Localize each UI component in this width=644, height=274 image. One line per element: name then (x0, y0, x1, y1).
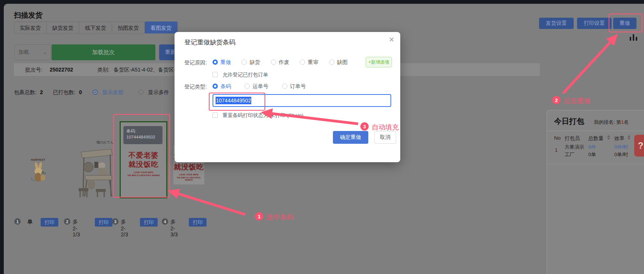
add-option-button[interactable]: +新增选项 (366, 57, 392, 67)
col-header-packer: 打包员 (565, 135, 580, 142)
batch-no-value: 25022702 (50, 67, 73, 73)
tab-bar: 实际发货缺货发货线下发货拍图发货看图发货 (14, 21, 178, 33)
poster2-line2: 就没饭吃 (173, 163, 204, 172)
step3-text: 自动填充 (372, 123, 399, 132)
load-select-value: 加载 (18, 49, 29, 56)
type-label-barcode[interactable]: 条码 (220, 83, 231, 89)
type-label-order[interactable]: 订单号 (290, 83, 306, 89)
reset-print-checkbox[interactable] (213, 113, 218, 118)
type-label: 登记类型: (184, 84, 207, 90)
reset-print-label[interactable]: 重置条码打印状态为"未打印"(Shein) (222, 113, 303, 118)
item4-print-button[interactable]: 打印 (189, 218, 207, 227)
confirm-redo-button[interactable]: 确定重做 (333, 131, 368, 144)
row-packer: 方果演示 工厂 (565, 143, 584, 158)
modal-title: 登记重做缺货条码 (184, 38, 235, 47)
load-batch-button[interactable]: 加载批次 (52, 44, 155, 60)
product-thumb-harvest-sticker[interactable]: HARVEST (27, 158, 49, 187)
packed-count-label: 已打包数: (53, 89, 76, 95)
product-thumb-oden-stall[interactable]: 猫のおでん (74, 139, 114, 202)
type-radio-order[interactable] (282, 84, 287, 89)
reason-radio-group: 重做 缺货 作废 重审 缺图 (213, 59, 348, 66)
total-packages-label: 包裹总数: (14, 89, 36, 95)
reason-label-recheck[interactable]: 重审 (308, 59, 318, 65)
type-radio-waybill[interactable] (245, 84, 250, 89)
reason-label-shortage[interactable]: 缺货 (249, 59, 260, 65)
oden-stall-illustration (74, 144, 114, 207)
batch-no-label: 批次号: (25, 67, 43, 73)
register-redo-modal: 登记重做缺货条码 × 登记原因: 重做 缺货 作废 重审 缺图 +新增选项 允许… (175, 32, 400, 162)
load-select[interactable]: 加载 ⌄ (14, 44, 51, 60)
step3-badge: 3 (360, 122, 369, 131)
reset-print-checkbox-row[interactable]: 重置条码打印状态为"未打印"(Shein) (213, 112, 304, 119)
item3-print-button[interactable]: 打印 (140, 218, 158, 227)
reason-radio-void[interactable] (271, 59, 276, 65)
row-eff: 0件/时 0单/时 (614, 143, 628, 158)
step2-badge: 2 (552, 96, 560, 104)
show-multi-radio[interactable] (138, 90, 144, 95)
item3-label: 多 2-2/3 (121, 219, 128, 237)
reason-label-void[interactable]: 作废 (279, 59, 289, 65)
tab-offline-ship[interactable]: 线下发货 (79, 21, 112, 33)
reason-radio-noimage[interactable] (329, 59, 334, 65)
help-badge[interactable]: ? (634, 135, 644, 157)
eff-pieces: 0件/时 (614, 143, 628, 151)
bar-chart-icon[interactable] (629, 33, 639, 42)
item1-number-badge: 1 (14, 218, 21, 225)
package-counts-row: 包裹总数: 2 已打包数: 0 显示全部 显示多件 显 (14, 89, 199, 96)
page-title: 扫描发货 (14, 11, 43, 20)
item2-number-badge: 2 (64, 218, 70, 225)
show-all-radio[interactable] (93, 90, 98, 95)
print-settings-button[interactable]: 打印设置 (577, 18, 612, 29)
category-label: 类别: (97, 67, 109, 73)
item3-number-badge: 3 (112, 218, 118, 225)
item1-label: 单 (27, 219, 33, 225)
item2-label: 多 2-1/3 (73, 219, 80, 237)
item1-print-button[interactable]: 打印 (41, 218, 58, 227)
chevron-down-icon: ⌄ (43, 50, 47, 55)
show-multi-label[interactable]: 显示多件 (148, 89, 169, 95)
poster2-sub1: LOVE YOUR WIFE (173, 174, 204, 176)
tab-view-image-ship[interactable]: 看图发货 (145, 21, 178, 33)
row-no: 1 (555, 147, 557, 153)
tab-actual-ship[interactable]: 实际发货 (14, 21, 47, 33)
reason-radio-recheck[interactable] (300, 59, 305, 65)
type-radio-group: 条码 运单号 订单号 (213, 83, 306, 90)
rank-prefix: 我的排名: 第 (594, 119, 621, 125)
eff-orders: 0单/时 (614, 151, 628, 158)
reason-radio-shortage[interactable] (242, 59, 247, 65)
ship-settings-button[interactable]: 发货设置 (539, 18, 574, 29)
my-rank: 我的排名: 第1名 (594, 119, 629, 126)
allow-packed-label[interactable]: 允许登记已打包订单 (222, 72, 268, 78)
today-packing-panel: 今日打包 我的排名: 第1名 No 打包员 总数量 效率 1 方果演示 工厂 0… (547, 110, 644, 274)
tab-photo-ship[interactable]: 拍图发货 (112, 21, 145, 33)
category-value: 备货区-A51-4-02、备货区-A (114, 67, 179, 73)
step1-text: 选中条码 (266, 213, 293, 222)
annotation-rect-selected-card (113, 114, 170, 198)
reason-radio-redo[interactable] (213, 59, 218, 65)
item2-print-button[interactable]: 打印 (95, 218, 112, 227)
panel-divider-row (547, 164, 644, 164)
col-header-no: No (554, 135, 560, 141)
harvest-sticker-text: HARVEST (27, 158, 49, 161)
packer-name-line1: 方果演示 (565, 143, 584, 151)
step2-text: 点击重做 (564, 96, 591, 105)
allow-packed-checkbox[interactable] (213, 72, 218, 77)
tab-shortage-ship[interactable]: 缺货发货 (47, 21, 79, 33)
annotation-rect-redo-button (609, 14, 642, 32)
reason-label-redo[interactable]: 重做 (220, 59, 231, 65)
qty-sort-icon[interactable] (607, 135, 611, 140)
show-all-label[interactable]: 显示全部 (102, 89, 123, 95)
allow-packed-checkbox-row[interactable]: 允许登记已打包订单 (213, 71, 268, 78)
type-radio-barcode[interactable] (213, 84, 218, 89)
reason-label-noimage[interactable]: 缺图 (337, 59, 348, 65)
row-qty: 0件 0单 (588, 143, 596, 158)
poster2-sub2: THE WIFE IS A BEAUTIFUL WOMAN (173, 177, 204, 181)
item4-number-badge: 4 (162, 218, 168, 225)
col-header-eff: 效率 (614, 135, 624, 142)
panel-title: 今日打包 (554, 116, 584, 126)
cancel-button[interactable]: 取消 (374, 131, 396, 144)
eff-sort-icon[interactable] (627, 135, 631, 140)
item4-label: 多 2-3/3 (170, 219, 178, 237)
close-icon[interactable]: × (389, 35, 394, 44)
type-label-waybill[interactable]: 运单号 (252, 83, 268, 89)
